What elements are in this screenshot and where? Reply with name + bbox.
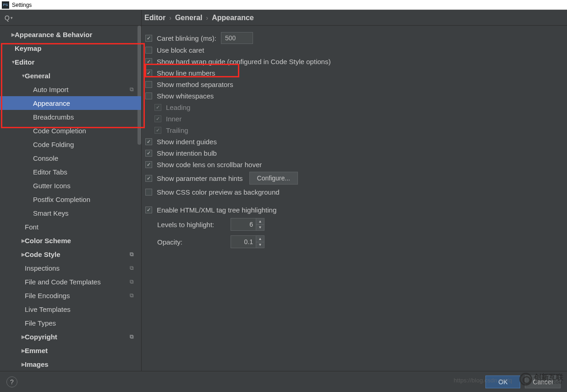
chk-ws-trailing xyxy=(154,127,161,134)
watermark-brand-sub: CDXWCX.COM xyxy=(534,381,563,385)
scope-icon: ⧉ xyxy=(130,251,134,257)
sidebar-item-code-folding[interactable]: Code Folding xyxy=(0,137,141,151)
chk-show-indent-guides[interactable] xyxy=(145,138,152,145)
chevron-right-icon: ▶ xyxy=(17,348,30,353)
sidebar-item-label: Smart Keys xyxy=(33,209,69,217)
breadcrumb-3[interactable]: Appearance xyxy=(212,14,254,22)
sidebar-item-label: Code Folding xyxy=(33,141,74,148)
lbl-show-css-color: Show CSS color preview as background xyxy=(157,188,280,196)
chevron-right-icon: ▶ xyxy=(17,334,30,339)
sidebar-item-console[interactable]: Console xyxy=(0,151,141,165)
spin-levels-highlight[interactable]: ▲ ▼ xyxy=(231,218,264,231)
sidebar-item-editor[interactable]: ▼Editor xyxy=(0,55,141,69)
btn-configure-param-hints[interactable]: Configure... xyxy=(249,172,298,185)
breadcrumb-1[interactable]: Editor xyxy=(144,14,165,22)
sidebar-tree: ▶Appearance & BehaviorKeymap▼Editor▼Gene… xyxy=(0,26,141,371)
sidebar-item-label: Postfix Completion xyxy=(33,196,90,203)
sidebar-item-label: Editor Tabs xyxy=(33,168,67,176)
sidebar-item-emmet[interactable]: ▶Emmet xyxy=(0,343,141,357)
sidebar-item-code-style[interactable]: ▶Code Style⧉ xyxy=(0,247,141,261)
sidebar-item-label: Color Scheme xyxy=(25,237,71,245)
sidebar-item-general[interactable]: ▼General xyxy=(0,69,141,82)
scope-icon: ⧉ xyxy=(130,265,134,271)
sidebar-item-label: Breadcrumbs xyxy=(33,113,74,121)
sidebar-item-editor-tabs[interactable]: Editor Tabs xyxy=(0,165,141,179)
sidebar-item-breadcrumbs[interactable]: Breadcrumbs xyxy=(0,110,141,124)
opt-enable-tag-tree: Enable HTML/XML tag tree highlighting xyxy=(145,204,563,215)
help-button[interactable]: ? xyxy=(6,376,17,387)
opt-show-code-lens: Show code lens on scrollbar hover xyxy=(145,159,563,170)
opt-show-indent-guides: Show indent guides xyxy=(145,136,563,147)
window-title: Settings xyxy=(12,2,32,8)
lbl-show-param-hints: Show parameter name hints xyxy=(157,174,243,182)
spin-down-icon[interactable]: ▼ xyxy=(256,225,264,231)
chevron-down-icon: ▼ xyxy=(17,73,30,78)
sidebar-item-keymap[interactable]: Keymap xyxy=(0,41,141,55)
chk-show-method-separators[interactable] xyxy=(145,81,152,88)
input-caret-blinking[interactable] xyxy=(221,32,253,44)
sidebar-item-images[interactable]: ▶Images xyxy=(0,357,141,371)
sidebar-item-copyright[interactable]: ▶Copyright⧉ xyxy=(0,330,141,343)
input-opacity[interactable] xyxy=(231,236,256,248)
sidebar-item-postfix-completion[interactable]: Postfix Completion xyxy=(0,192,141,206)
chevron-right-icon: ▶ xyxy=(6,32,20,37)
sidebar-item-file-encodings[interactable]: File Encodings⧉ xyxy=(0,289,141,302)
sidebar-item-color-scheme[interactable]: ▶Color Scheme xyxy=(0,234,141,247)
breadcrumb-sep: › xyxy=(169,14,171,22)
chk-show-whitespaces[interactable] xyxy=(145,93,152,99)
lbl-enable-tag-tree: Enable HTML/XML tag tree highlighting xyxy=(157,206,276,214)
sidebar-item-label: File and Code Templates xyxy=(25,278,101,286)
watermark-url: https://blog.csdn.net/q xyxy=(454,377,512,384)
chk-show-css-color[interactable] xyxy=(145,189,152,196)
opt-ws-trailing: Trailing xyxy=(145,125,563,136)
watermark-brand: 创新互联 xyxy=(534,374,563,381)
app-body: Q ▾ ▶Appearance & BehaviorKeymap▼Editor▼… xyxy=(0,10,567,371)
chk-show-intention-bulb[interactable] xyxy=(145,150,152,157)
sidebar-item-label: Live Templates xyxy=(25,305,71,313)
watermark: 创新互联 CDXWCX.COM xyxy=(519,373,563,386)
sidebar-item-inspections[interactable]: Inspections⧉ xyxy=(0,261,141,275)
search-icon: Q xyxy=(5,14,10,22)
sidebar-item-live-templates[interactable]: Live Templates xyxy=(0,302,141,316)
app-icon: PS xyxy=(2,1,9,9)
chk-ws-inner xyxy=(154,115,161,122)
breadcrumb-sep: › xyxy=(206,14,208,22)
sidebar-item-file-types[interactable]: File Types xyxy=(0,316,141,330)
sidebar-item-font[interactable]: Font xyxy=(0,220,141,234)
input-levels-highlight[interactable] xyxy=(231,218,256,230)
chk-show-line-numbers[interactable] xyxy=(145,70,152,76)
scope-icon: ⧉ xyxy=(130,292,134,299)
spin-down-icon[interactable]: ▼ xyxy=(256,242,264,248)
sidebar-item-appearance-behavior[interactable]: ▶Appearance & Behavior xyxy=(0,27,141,41)
spin-up-icon[interactable]: ▲ xyxy=(256,236,264,242)
chk-show-code-lens[interactable] xyxy=(145,161,152,168)
sidebar-item-file-and-code-templates[interactable]: File and Code Templates⧉ xyxy=(0,275,141,289)
chk-show-param-hints[interactable] xyxy=(145,175,152,182)
lbl-ws-trailing: Trailing xyxy=(166,126,188,134)
opt-use-block-caret: Use block caret xyxy=(145,44,563,55)
sidebar-item-gutter-icons[interactable]: Gutter Icons xyxy=(0,179,141,192)
chk-use-block-caret[interactable] xyxy=(145,47,152,54)
opt-show-whitespaces: Show whitespaces xyxy=(145,90,563,101)
search-dropdown-icon: ▾ xyxy=(11,16,13,20)
opt-show-hard-wrap: Show hard wrap guide (configured in Code… xyxy=(145,56,563,67)
chk-enable-tag-tree[interactable] xyxy=(145,207,152,213)
spin-opacity[interactable]: ▲ ▼ xyxy=(231,235,264,248)
breadcrumb: Editor › General › Appearance xyxy=(142,10,567,26)
chk-show-hard-wrap[interactable] xyxy=(145,58,152,65)
sidebar-search[interactable]: Q ▾ xyxy=(0,10,141,26)
sidebar-item-code-completion[interactable]: Code Completion xyxy=(0,124,141,137)
sidebar-item-label: Appearance & Behavior xyxy=(15,31,92,38)
chevron-right-icon: ▶ xyxy=(17,362,30,367)
spin-up-icon[interactable]: ▲ xyxy=(256,218,264,225)
opt-show-css-color: Show CSS color preview as background xyxy=(145,186,563,197)
breadcrumb-2[interactable]: General xyxy=(175,14,203,22)
chk-caret-blinking[interactable] xyxy=(145,35,152,42)
sidebar-item-auto-import[interactable]: Auto Import⧉ xyxy=(0,82,141,96)
sidebar-item-appearance[interactable]: Appearance xyxy=(0,96,141,110)
opt-opacity: Opacity: ▲ ▼ xyxy=(145,235,563,248)
content: Caret blinking (ms): Use block caret Sho… xyxy=(142,26,567,252)
sidebar-item-smart-keys[interactable]: Smart Keys xyxy=(0,206,141,220)
opt-caret-blinking: Caret blinking (ms): xyxy=(145,32,563,44)
lbl-show-line-numbers: Show line numbers xyxy=(157,69,215,77)
